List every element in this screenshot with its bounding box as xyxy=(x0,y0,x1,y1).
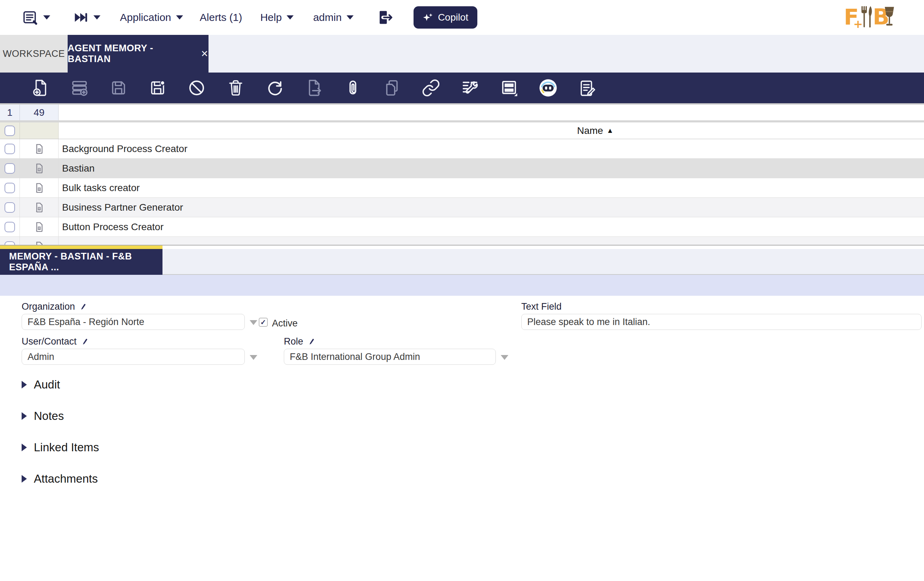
table-row[interactable]: Background Process Creator xyxy=(0,139,924,158)
user-contact-dropdown-icon[interactable] xyxy=(250,355,257,360)
expand-arrow-icon xyxy=(21,412,27,420)
grid-configuration-button[interactable] xyxy=(450,73,490,103)
row-name: Business Partner Generator xyxy=(62,202,183,213)
user-contact-field-label: User/Contact xyxy=(21,336,88,347)
clone-icon xyxy=(383,78,401,97)
row-checkbox[interactable] xyxy=(5,163,15,174)
form-view-new-icon xyxy=(70,78,89,97)
copilot-button[interactable]: Copilot xyxy=(414,6,477,29)
logout-button[interactable] xyxy=(376,8,394,26)
undo-icon xyxy=(187,78,206,97)
row-checkbox[interactable] xyxy=(5,202,15,213)
subtab-memory-bastian[interactable]: MEMORY - BASTIAN - F&B ESPAÑA ... xyxy=(0,249,162,275)
fast-forward-icon xyxy=(73,10,89,25)
link-button[interactable] xyxy=(411,73,450,103)
role-dropdown-icon[interactable] xyxy=(501,355,508,360)
table-row[interactable]: Bulk tasks creator xyxy=(0,178,924,198)
chevron-down-icon xyxy=(176,15,183,20)
subtab-title: MEMORY - BASTIAN - F&B ESPAÑA ... xyxy=(9,251,162,273)
subtab-band-filler xyxy=(162,249,924,275)
alerts-label: Alerts (1) xyxy=(200,12,243,23)
visible-row-index: 1 xyxy=(7,107,13,118)
form-view-new-button[interactable] xyxy=(60,73,99,103)
user-menu[interactable]: admin xyxy=(313,12,353,23)
active-subtab-indicator xyxy=(0,246,162,249)
grid-header-row: Name ▲ xyxy=(0,122,924,139)
edit-pen-icon[interactable] xyxy=(307,338,315,346)
help-menu-label: Help xyxy=(260,12,282,23)
delete-button[interactable] xyxy=(216,73,255,103)
refresh-icon xyxy=(266,78,284,97)
menu-register-icon xyxy=(21,9,38,26)
window-tab-bar: WORKSPACE AGENT MEMORY - BASTIAN ✕ xyxy=(0,35,924,73)
copilot-label: Copilot xyxy=(438,12,468,23)
new-record-button[interactable] xyxy=(21,73,60,103)
records-grid: 1 49 Name ▲ Background Process Creator B… xyxy=(0,103,924,246)
expand-arrow-icon xyxy=(21,475,27,483)
text-field-input[interactable] xyxy=(521,314,922,330)
alerts-button[interactable]: Alerts (1) xyxy=(200,12,243,23)
role-input[interactable] xyxy=(284,349,496,365)
row-checkbox[interactable] xyxy=(5,144,15,154)
row-checkbox[interactable] xyxy=(5,241,15,245)
tab-agent-memory-bastian[interactable]: AGENT MEMORY - BASTIAN ✕ xyxy=(68,35,208,73)
sort-ascending-icon[interactable]: ▲ xyxy=(607,127,614,135)
refresh-button[interactable] xyxy=(255,73,294,103)
notes-icon xyxy=(578,78,597,97)
skip-to-end-button[interactable] xyxy=(73,10,101,25)
active-checkbox[interactable] xyxy=(259,318,268,327)
row-name: Bastian xyxy=(62,163,94,174)
user-contact-input[interactable] xyxy=(21,349,245,365)
undo-button[interactable] xyxy=(177,73,216,103)
expand-arrow-icon xyxy=(21,381,27,388)
notes-button[interactable] xyxy=(568,73,607,103)
document-icon xyxy=(33,142,45,155)
clone-button[interactable] xyxy=(372,73,411,103)
window-layout-button[interactable] xyxy=(490,73,529,103)
section-audit[interactable]: Audit xyxy=(21,378,60,391)
copilot-toolbar-button[interactable] xyxy=(529,73,568,103)
document-icon xyxy=(33,220,45,234)
edit-pen-icon[interactable] xyxy=(79,303,86,311)
row-checkbox[interactable] xyxy=(5,222,15,232)
subtab-band: MEMORY - BASTIAN - F&B ESPAÑA ... xyxy=(0,249,924,275)
name-column-header[interactable]: Name ▲ xyxy=(577,125,614,136)
chevron-down-icon xyxy=(287,15,294,20)
help-menu[interactable]: Help xyxy=(260,12,294,23)
row-checkbox[interactable] xyxy=(5,183,15,193)
table-row-selected[interactable]: Bastian xyxy=(0,158,924,178)
section-linked-items[interactable]: Linked Items xyxy=(21,441,99,454)
select-all-checkbox[interactable] xyxy=(5,125,15,136)
close-tab-icon[interactable]: ✕ xyxy=(201,48,208,59)
organization-input[interactable] xyxy=(21,314,245,330)
top-navigation-bar: Application Alerts (1) Help admin xyxy=(0,0,924,35)
active-checkbox-label: Active xyxy=(272,318,298,329)
table-row[interactable]: Business Partner Generator xyxy=(0,198,924,217)
main-menu-button[interactable] xyxy=(21,9,50,26)
link-icon xyxy=(422,78,441,97)
edit-pen-icon[interactable] xyxy=(81,338,88,346)
export-button[interactable] xyxy=(294,73,333,103)
organization-dropdown-icon[interactable] xyxy=(250,320,257,325)
copilot-robot-icon xyxy=(538,78,558,97)
attachments-icon xyxy=(343,78,362,97)
partially-visible-row xyxy=(0,237,924,245)
new-record-icon xyxy=(31,78,50,97)
tab-workspace[interactable]: WORKSPACE xyxy=(0,35,68,73)
section-notes[interactable]: Notes xyxy=(21,409,64,423)
section-attachments[interactable]: Attachments xyxy=(21,472,97,485)
role-field-label: Role xyxy=(284,336,315,347)
user-menu-label: admin xyxy=(313,12,342,23)
document-icon xyxy=(33,182,45,195)
table-row[interactable]: Button Process Creator xyxy=(0,217,924,237)
section-label: Audit xyxy=(34,378,60,391)
save-and-refresh-button[interactable] xyxy=(138,73,177,103)
record-toolbar xyxy=(0,73,924,103)
grid-configuration-icon xyxy=(460,78,479,97)
save-button[interactable] xyxy=(99,73,138,103)
document-icon xyxy=(33,162,45,175)
application-window: Application Alerts (1) Help admin xyxy=(0,0,924,581)
application-menu[interactable]: Application xyxy=(120,12,183,23)
attachments-button[interactable] xyxy=(333,73,372,103)
document-icon xyxy=(33,201,45,214)
